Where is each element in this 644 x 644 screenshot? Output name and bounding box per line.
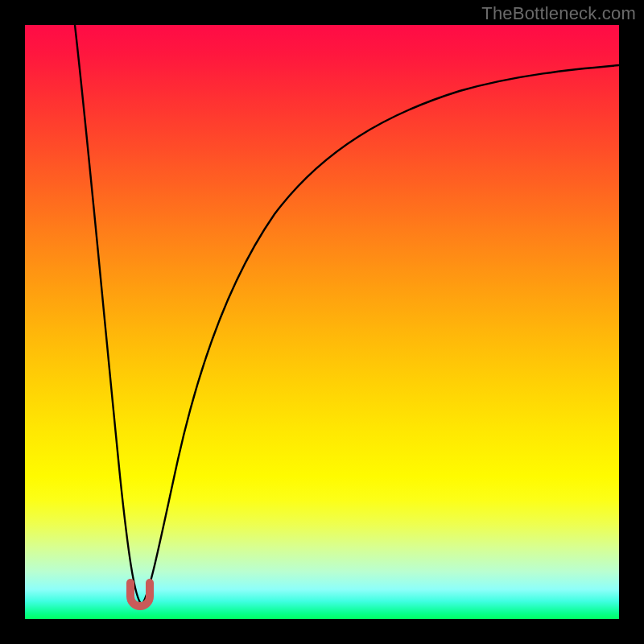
optimal-marker-icon [126, 583, 154, 610]
bottleneck-curve [25, 25, 619, 619]
chart-frame: TheBottleneck.com [0, 0, 644, 644]
watermark-text: TheBottleneck.com [481, 3, 636, 24]
plot-area [25, 25, 619, 619]
